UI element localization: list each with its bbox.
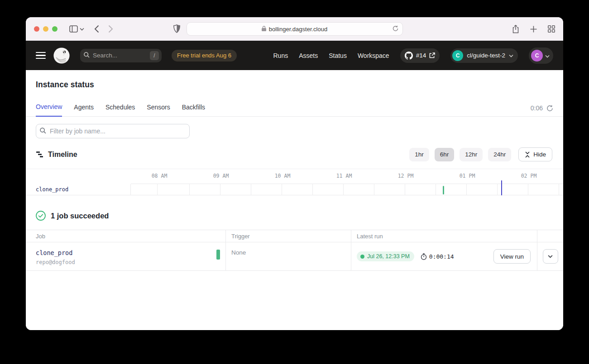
search-icon [84, 52, 90, 60]
forward-button[interactable] [108, 25, 113, 33]
lock-icon [262, 26, 266, 33]
zoom-window-button[interactable] [52, 26, 57, 32]
external-link-icon [429, 52, 435, 58]
share-icon[interactable] [512, 25, 519, 33]
view-run-button[interactable]: View run [493, 249, 531, 264]
back-button[interactable] [94, 25, 99, 33]
timeline-chart: 08 AM 09 AM 10 AM 11 AM 12 PM 01 PM 02 P… [26, 169, 563, 195]
nav-runs[interactable]: Runs [273, 52, 288, 59]
nav-status[interactable]: Status [329, 52, 347, 59]
trial-badge[interactable]: Free trial ends Aug 6 [172, 50, 237, 61]
timeline-header: Timeline 1hr 6hr 12hr 24hr Hide [26, 147, 563, 161]
nav-assets[interactable]: Assets [299, 52, 318, 59]
jobs-table: Job Trigger Latest run clone_prod repo@d… [26, 230, 563, 271]
tab-sensors[interactable]: Sensors [147, 104, 170, 116]
trigger-cell: None [226, 242, 351, 270]
axis-tick: 10 AM [275, 173, 291, 179]
job-name-link[interactable]: clone_prod [36, 249, 225, 256]
close-window-button[interactable] [34, 26, 39, 32]
app-header: / Free trial ends Aug 6 Runs Assets Stat… [26, 41, 563, 70]
traffic-lights [34, 26, 57, 32]
deployment-avatar: C [452, 50, 463, 61]
tab-agents[interactable]: Agents [74, 104, 94, 116]
range-6hr-button[interactable]: 6hr [435, 148, 455, 161]
minimize-window-button[interactable] [43, 26, 48, 32]
sidebar-toggle-icon[interactable] [69, 25, 78, 33]
sidebar-chevron-icon[interactable] [80, 28, 84, 31]
page-title: Instance status [26, 70, 563, 90]
deployment-name: cl/guide-test-2 [467, 52, 505, 59]
run-time-badge[interactable]: Jul 26, 12:33 PM [357, 251, 414, 261]
github-pr-number: #14 [416, 52, 426, 59]
github-pr-link[interactable]: #14 [400, 48, 440, 63]
menu-icon[interactable] [36, 52, 46, 59]
table-row: clone_prod repo@dogfood None Jul 26, 12:… [26, 242, 563, 271]
new-tab-icon[interactable] [530, 26, 537, 33]
browser-toolbar: bollinger.dagster.cloud [26, 17, 563, 41]
latest-run-cell: Jul 26, 12:33 PM 0:00:14 View run [351, 242, 537, 270]
axis-tick: 12 PM [398, 173, 414, 179]
table-header-row: Job Trigger Latest run [26, 230, 563, 242]
reload-icon[interactable] [393, 25, 398, 33]
collapse-icon [525, 151, 530, 158]
jobs-section-title: 1 job succeeded [51, 212, 109, 220]
success-dot-icon [360, 255, 364, 259]
deployment-switcher[interactable]: C cl/guide-test-2 [450, 48, 518, 63]
column-header-trigger: Trigger [226, 230, 351, 242]
timeline-row-label[interactable]: clone_prod [26, 184, 131, 195]
chevron-down-icon [545, 52, 550, 60]
timeline-row-track[interactable] [131, 184, 563, 195]
address-bar[interactable]: bollinger.dagster.cloud [187, 22, 403, 36]
tab-bar: Overview Agents Schedules Sensors Backfi… [26, 100, 563, 117]
axis-tick: 01 PM [460, 173, 475, 179]
check-circle-icon [36, 211, 46, 221]
job-filter [36, 124, 190, 138]
range-12hr-button[interactable]: 12hr [460, 148, 483, 161]
search-icon [40, 128, 46, 136]
tab-overview[interactable]: Overview [36, 103, 62, 117]
axis-tick: 09 AM [213, 173, 229, 179]
browser-window: bollinger.dagster.cloud [26, 17, 563, 330]
jobs-section-header: 1 job succeeded [36, 211, 563, 221]
axis-tick: 11 AM [336, 173, 352, 179]
instance-status-page: Instance status Overview Agents Schedule… [26, 70, 563, 330]
chevron-down-icon [509, 52, 513, 59]
global-search[interactable]: / [80, 49, 162, 62]
url-text: bollinger.dagster.cloud [269, 26, 327, 33]
axis-tick: 08 AM [152, 173, 168, 179]
hide-timeline-button[interactable]: Hide [518, 147, 552, 161]
column-header-latest-run: Latest run [351, 230, 537, 242]
nav-workspace[interactable]: Workspace [358, 52, 389, 59]
search-input[interactable] [93, 52, 150, 59]
range-24hr-button[interactable]: 24hr [488, 148, 511, 161]
gantt-icon [36, 151, 43, 158]
tab-backfills[interactable]: Backfills [182, 104, 205, 116]
refresh-icon[interactable] [546, 105, 553, 112]
refresh-countdown: 0:06 [531, 104, 543, 112]
chevron-down-icon [548, 255, 553, 258]
dagster-logo[interactable] [53, 47, 70, 64]
tab-overview-icon[interactable] [548, 25, 555, 33]
range-1hr-button[interactable]: 1hr [409, 148, 429, 161]
timeline-title: Timeline [48, 151, 77, 159]
axis-tick: 02 PM [521, 173, 537, 179]
timeline-axis: 08 AM 09 AM 10 AM 11 AM 12 PM 01 PM 02 P… [131, 169, 563, 184]
job-status-bar[interactable] [216, 250, 220, 260]
job-filter-input[interactable] [36, 124, 190, 138]
github-icon [405, 52, 413, 60]
tab-schedules[interactable]: Schedules [105, 104, 135, 116]
run-duration: 0:00:14 [429, 253, 454, 260]
row-actions-button[interactable] [543, 249, 558, 264]
user-menu[interactable]: C [529, 47, 553, 64]
search-shortcut-key: / [150, 51, 159, 60]
privacy-shield-icon[interactable] [173, 24, 180, 35]
user-avatar: C [531, 50, 543, 61]
column-header-job: Job [26, 230, 226, 242]
timeline-row-clone-prod: clone_prod [26, 184, 563, 195]
stopwatch-icon [421, 253, 427, 260]
job-repo-label: repo@dogfood [36, 259, 225, 265]
column-header-actions [537, 230, 563, 242]
